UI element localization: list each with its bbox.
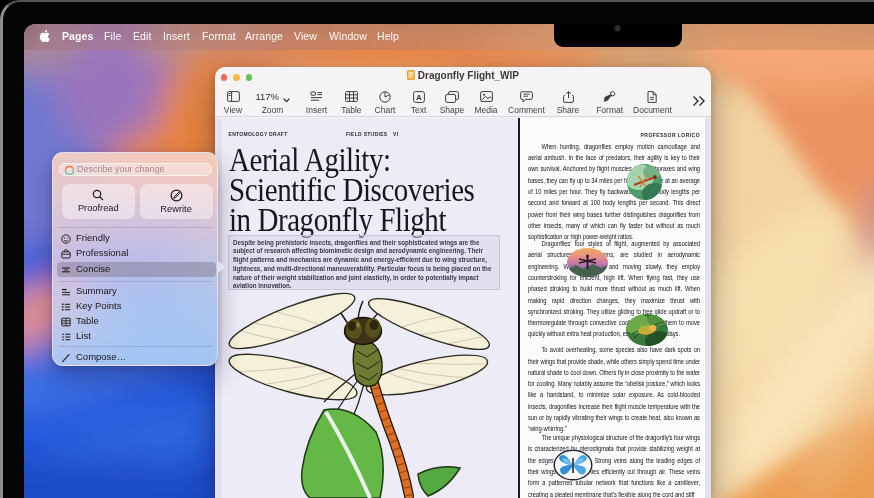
svg-text:A: A — [416, 93, 422, 102]
